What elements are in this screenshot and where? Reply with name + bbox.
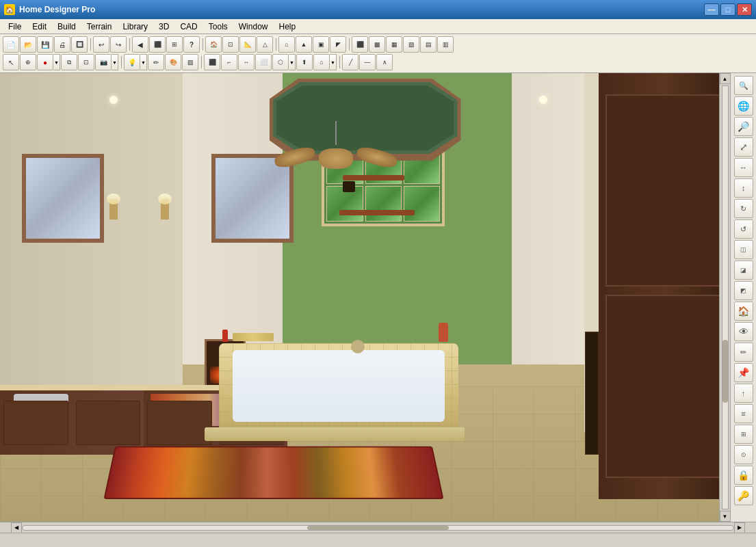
btn-render2[interactable]: ▩ xyxy=(369,36,385,53)
rp-pan-h[interactable]: ↔ xyxy=(734,158,753,177)
menu-library[interactable]: Library xyxy=(117,21,153,33)
btn-draw[interactable]: ✏ xyxy=(148,54,164,70)
vscroll-up-arrow[interactable]: ▲ xyxy=(720,73,731,84)
vscroll-down-arrow[interactable]: ▼ xyxy=(720,511,731,522)
btn-plan[interactable]: ⬛ xyxy=(149,36,166,53)
menu-file[interactable]: File xyxy=(3,21,27,33)
hscroll-right-arrow[interactable]: ▶ xyxy=(734,522,745,533)
btn-view3d[interactable]: △ xyxy=(257,36,273,53)
rp-zoom-out[interactable]: 🔎 xyxy=(734,117,753,136)
btn-select[interactable]: ↖ xyxy=(3,54,19,70)
rp-zoom-globe[interactable]: 🌐 xyxy=(734,96,753,116)
btn-render3[interactable]: ▦ xyxy=(386,36,402,53)
menu-3d[interactable]: 3D xyxy=(153,21,174,33)
menu-build[interactable]: Build xyxy=(52,21,81,33)
rp-pin[interactable]: 📌 xyxy=(734,363,753,382)
btn-color-fill[interactable]: 🎨 xyxy=(165,54,181,70)
btn-window3[interactable]: ⬡ xyxy=(272,54,289,70)
hscroll-left-arrow[interactable]: ◀ xyxy=(11,522,22,533)
btn-copy[interactable]: ⧉ xyxy=(61,54,77,70)
vscroll-thumb[interactable] xyxy=(722,340,728,403)
btn-erase[interactable]: ▨ xyxy=(182,54,198,70)
btn-render4[interactable]: ▧ xyxy=(403,36,419,53)
maximize-button[interactable]: □ xyxy=(720,3,735,16)
rp-target[interactable]: ⊙ xyxy=(734,445,753,464)
window-pane-6 xyxy=(404,186,440,222)
btn-cam4[interactable]: ◤ xyxy=(330,36,346,53)
sep-1 xyxy=(88,36,92,53)
btn-light[interactable]: 💡 xyxy=(124,54,140,70)
btn-elevation[interactable]: 📐 xyxy=(239,36,256,53)
btn-stair2[interactable]: ⬆ xyxy=(296,54,313,70)
btn-cam2[interactable]: ▲ xyxy=(296,36,312,53)
menu-window[interactable]: Window xyxy=(233,21,274,33)
rp-eye-view[interactable]: 👁 xyxy=(734,322,753,341)
rp-view-2[interactable]: ◪ xyxy=(734,261,753,280)
menu-terrain[interactable]: Terrain xyxy=(81,21,118,33)
btn-open[interactable]: 📂 xyxy=(20,36,36,53)
rp-lines[interactable]: ≡ xyxy=(734,404,753,423)
right-panel: 🔍 🌐 🔎 ⤢ ↔ ↕ ↻ ↺ ◫ ◪ ◩ 🏠 👁 ✏ 📌 ↑ ≡ ⊞ ⊙ 🔒 … xyxy=(730,73,756,522)
dropdown-arrow-window[interactable]: ▼ xyxy=(289,54,296,70)
rp-zoom-in[interactable]: 🔍 xyxy=(734,76,753,95)
btn-preview[interactable]: 🔲 xyxy=(71,36,88,53)
rp-pencil[interactable]: ✏ xyxy=(734,343,753,362)
btn-slope[interactable]: ╱ xyxy=(342,54,359,70)
rp-view-1[interactable]: ◫ xyxy=(734,240,753,259)
rp-house-view[interactable]: 🏠 xyxy=(734,302,753,321)
vertical-scrollbar[interactable]: ▲ ▼ xyxy=(719,73,730,522)
rp-key[interactable]: 🔑 xyxy=(734,486,753,505)
hscroll-thumb[interactable] xyxy=(307,526,449,530)
btn-new[interactable]: 📄 xyxy=(3,36,19,53)
rp-rotate-ccw[interactable]: ↺ xyxy=(734,219,753,239)
btn-save[interactable]: 💾 xyxy=(37,36,53,53)
btn-help2[interactable]: ? xyxy=(183,36,200,53)
btn-hline[interactable]: — xyxy=(359,54,376,70)
btn-roof2[interactable]: ⌂ xyxy=(313,54,330,70)
menu-tools[interactable]: Tools xyxy=(203,21,233,33)
btn-redo[interactable]: ↪ xyxy=(110,36,127,53)
btn-door2[interactable]: ⬜ xyxy=(255,54,272,70)
btn-camera-group: 📷 ▼ xyxy=(95,54,118,70)
btn-cam3[interactable]: ▣ xyxy=(313,36,329,53)
rp-rotate-cw[interactable]: ↻ xyxy=(734,199,753,218)
btn-render6[interactable]: ▥ xyxy=(437,36,454,53)
menu-edit[interactable]: Edit xyxy=(27,21,52,33)
horizontal-scrollbar[interactable]: ◀ ▶ xyxy=(0,522,756,533)
btn-vline[interactable]: ∧ xyxy=(376,54,393,70)
btn-camera-place[interactable]: 📷 xyxy=(95,54,112,70)
btn-measure-h[interactable]: ↔ xyxy=(238,54,255,70)
btn-edit3d[interactable]: ⊕ xyxy=(20,54,36,70)
btn-cam1[interactable]: ⌂ xyxy=(278,36,295,53)
hscroll-track[interactable] xyxy=(22,525,734,531)
canvas-area[interactable]: ✦ xyxy=(0,73,730,522)
menu-cad[interactable]: CAD xyxy=(174,21,203,33)
btn-toggle[interactable]: ⊞ xyxy=(166,36,183,53)
btn-back[interactable]: ◀ xyxy=(132,36,148,53)
btn-print[interactable]: 🖨 xyxy=(54,36,70,53)
btn-floorplan-2[interactable]: ⊡ xyxy=(222,36,239,53)
rp-pan-v[interactable]: ↕ xyxy=(734,178,753,198)
minimize-button[interactable]: — xyxy=(704,3,719,16)
rp-fit-window[interactable]: ⤢ xyxy=(734,137,753,157)
btn-group[interactable]: ⊡ xyxy=(78,54,94,70)
rp-up-arrow[interactable]: ↑ xyxy=(734,384,753,403)
btn-circle[interactable]: ● xyxy=(37,54,53,70)
btn-corner-join[interactable]: ⌐ xyxy=(221,54,237,70)
btn-render5[interactable]: ▤ xyxy=(420,36,436,53)
vscroll-track[interactable] xyxy=(722,85,729,509)
rp-grid[interactable]: ⊞ xyxy=(734,425,753,444)
rp-lock[interactable]: 🔒 xyxy=(734,466,753,485)
dropdown-arrow-light[interactable]: ▼ xyxy=(140,54,147,70)
dropdown-arrow-circle[interactable]: ▼ xyxy=(53,54,60,70)
close-button[interactable]: ✕ xyxy=(737,3,752,16)
menu-help[interactable]: Help xyxy=(273,21,301,33)
ceiling-octagon-inner xyxy=(276,85,454,150)
btn-render1[interactable]: ⬛ xyxy=(352,36,368,53)
dropdown-arrow-roof[interactable]: ▼ xyxy=(330,54,337,70)
dropdown-arrow-camera[interactable]: ▼ xyxy=(112,54,118,70)
btn-undo[interactable]: ↩ xyxy=(93,36,109,53)
btn-wall2[interactable]: ⬛ xyxy=(204,54,220,70)
rp-view-3[interactable]: ◩ xyxy=(734,281,753,300)
btn-floorplan-1[interactable]: 🏠 xyxy=(205,36,222,53)
